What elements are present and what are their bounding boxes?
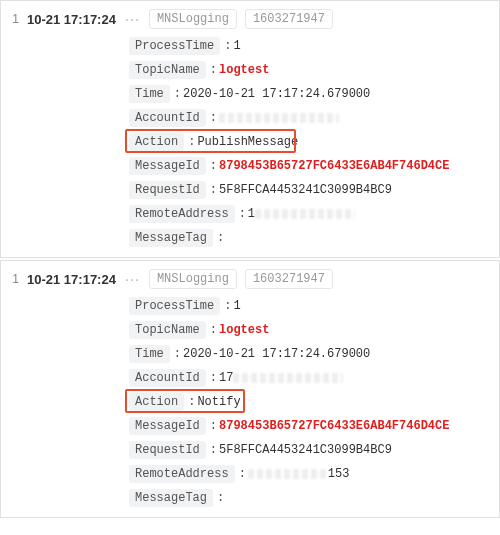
field-row: MessageId:8798453B65727FC6433E6AB4F746D4… bbox=[129, 417, 491, 435]
row-number: 1 bbox=[9, 12, 19, 26]
field-value: 8798453B65727FC6433E6AB4F746D4CE bbox=[219, 419, 449, 433]
field-value: 5F8FFCA4453241C3099B4BC9 bbox=[219, 183, 392, 197]
field-row: MessageId:8798453B65727FC6433E6AB4F746D4… bbox=[129, 157, 491, 175]
field-key[interactable]: MessageTag bbox=[129, 489, 213, 507]
field-key[interactable]: RequestId bbox=[129, 181, 206, 199]
field-key[interactable]: AccountId bbox=[129, 109, 206, 127]
field-separator: : bbox=[206, 183, 219, 197]
field-row: MessageTag: bbox=[129, 489, 491, 507]
log-entry-header: 110-21 17:17:24…MNSLogging1603271947 bbox=[9, 9, 491, 29]
field-value: logtest bbox=[219, 63, 269, 77]
field-value: 1 bbox=[233, 39, 240, 53]
field-list: ProcessTime:1TopicName:logtestTime:2020-… bbox=[129, 297, 491, 507]
field-row: TopicName:logtest bbox=[129, 61, 491, 79]
redacted-value bbox=[255, 209, 355, 219]
field-key[interactable]: TopicName bbox=[129, 321, 206, 339]
field-key[interactable]: RemoteAddress bbox=[129, 465, 235, 483]
timestamp: 10-21 17:17:24 bbox=[27, 12, 116, 27]
field-value-suffix: 153 bbox=[328, 467, 350, 481]
field-key[interactable]: RemoteAddress bbox=[129, 205, 235, 223]
field-row: ProcessTime:1 bbox=[129, 37, 491, 55]
field-row: TopicName:logtest bbox=[129, 321, 491, 339]
field-separator: : bbox=[206, 323, 219, 337]
field-list: ProcessTime:1TopicName:logtestTime:2020-… bbox=[129, 37, 491, 247]
more-icon[interactable]: … bbox=[124, 11, 141, 21]
log-tag[interactable]: MNSLogging bbox=[149, 9, 237, 29]
field-separator: : bbox=[220, 39, 233, 53]
field-separator: : bbox=[213, 491, 226, 505]
field-separator: : bbox=[206, 63, 219, 77]
field-value: 5F8FFCA4453241C3099B4BC9 bbox=[219, 443, 392, 457]
log-tag[interactable]: MNSLogging bbox=[149, 269, 237, 289]
field-key[interactable]: Time bbox=[129, 85, 170, 103]
field-row: Time:2020-10-21 17:17:24.679000 bbox=[129, 345, 491, 363]
field-separator: : bbox=[206, 443, 219, 457]
more-icon[interactable]: … bbox=[124, 271, 141, 281]
field-row: RequestId:5F8FFCA4453241C3099B4BC9 bbox=[129, 441, 491, 459]
field-key[interactable]: Time bbox=[129, 345, 170, 363]
redacted-value bbox=[219, 113, 339, 123]
field-key[interactable]: Action bbox=[129, 393, 184, 411]
field-row: ProcessTime:1 bbox=[129, 297, 491, 315]
field-separator: : bbox=[220, 299, 233, 313]
field-key[interactable]: Action bbox=[129, 133, 184, 151]
field-key[interactable]: MessageId bbox=[129, 157, 206, 175]
field-row: RemoteAddress:153 bbox=[129, 465, 491, 483]
field-separator: : bbox=[206, 419, 219, 433]
log-tag[interactable]: 1603271947 bbox=[245, 269, 333, 289]
field-separator: : bbox=[206, 371, 219, 385]
log-entry-header: 110-21 17:17:24…MNSLogging1603271947 bbox=[9, 269, 491, 289]
field-value: 2020-10-21 17:17:24.679000 bbox=[183, 87, 370, 101]
field-value-prefix: 17 bbox=[219, 371, 233, 385]
field-row: Time:2020-10-21 17:17:24.679000 bbox=[129, 85, 491, 103]
field-separator: : bbox=[206, 159, 219, 173]
field-row: Action: Notify bbox=[129, 393, 491, 411]
field-key[interactable]: ProcessTime bbox=[129, 297, 220, 315]
field-separator: : bbox=[213, 231, 226, 245]
field-row: RequestId:5F8FFCA4453241C3099B4BC9 bbox=[129, 181, 491, 199]
field-value: 8798453B65727FC6433E6AB4F746D4CE bbox=[219, 159, 449, 173]
field-value: logtest bbox=[219, 323, 269, 337]
log-entry: 110-21 17:17:24…MNSLogging1603271947Proc… bbox=[0, 0, 500, 258]
field-separator: : bbox=[184, 135, 197, 149]
field-row: AccountId: bbox=[129, 109, 491, 127]
field-separator: : bbox=[206, 111, 219, 125]
field-key[interactable]: TopicName bbox=[129, 61, 206, 79]
redacted-value bbox=[248, 469, 328, 479]
field-separator: : bbox=[170, 87, 183, 101]
row-number: 1 bbox=[9, 272, 19, 286]
field-separator: : bbox=[235, 207, 248, 221]
field-value: Notify bbox=[197, 395, 240, 409]
field-key[interactable]: RequestId bbox=[129, 441, 206, 459]
field-value: 2020-10-21 17:17:24.679000 bbox=[183, 347, 370, 361]
log-tag[interactable]: 1603271947 bbox=[245, 9, 333, 29]
timestamp: 10-21 17:17:24 bbox=[27, 272, 116, 287]
field-row: RemoteAddress:1 bbox=[129, 205, 491, 223]
field-key[interactable]: MessageId bbox=[129, 417, 206, 435]
field-value: PublishMessage bbox=[197, 135, 298, 149]
field-separator: : bbox=[170, 347, 183, 361]
field-row: AccountId:17 bbox=[129, 369, 491, 387]
field-key[interactable]: MessageTag bbox=[129, 229, 213, 247]
field-value-prefix: 1 bbox=[248, 207, 255, 221]
field-separator: : bbox=[184, 395, 197, 409]
redacted-value bbox=[233, 373, 343, 383]
field-key[interactable]: ProcessTime bbox=[129, 37, 220, 55]
log-entry: 110-21 17:17:24…MNSLogging1603271947Proc… bbox=[0, 260, 500, 518]
field-key[interactable]: AccountId bbox=[129, 369, 206, 387]
field-value: 1 bbox=[233, 299, 240, 313]
field-row: Action:PublishMessage bbox=[129, 133, 491, 151]
field-separator: : bbox=[235, 467, 248, 481]
field-row: MessageTag: bbox=[129, 229, 491, 247]
